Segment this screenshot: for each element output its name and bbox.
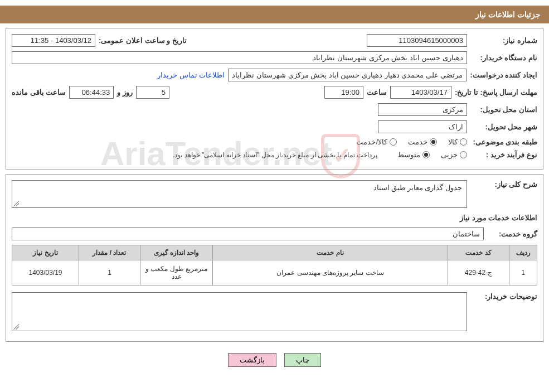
radio-service[interactable]: خدمت (408, 138, 437, 146)
radio-medium[interactable]: متوسط (397, 151, 430, 159)
buyer-notes-label: توضیحات خریدار: (470, 292, 537, 301)
services-title: اطلاعات خدمات مورد نیاز (12, 214, 537, 222)
services-table: ردیف کد خدمت نام خدمت واحد اندازه گیری ت… (12, 245, 537, 285)
buyer-org-label: نام دستگاه خریدار: (470, 54, 537, 62)
radio-icon (422, 151, 430, 158)
back-button[interactable]: بازگشت (228, 353, 276, 367)
th-code: کد خدمت (448, 245, 509, 260)
th-unit: واحد اندازه گیری (140, 245, 213, 260)
need-number-label: شماره نیاز: (470, 36, 537, 45)
radio-icon (390, 138, 397, 146)
summary-label: شرح کلی نیاز: (470, 180, 537, 188)
td-date: 1403/03/19 (12, 260, 79, 285)
category-label: طبقه بندی موضوعی: (470, 138, 537, 146)
radio-goods[interactable]: کالا (448, 138, 467, 146)
delivery-province-field: مرکزی (378, 103, 467, 116)
print-button[interactable]: چاپ (284, 353, 321, 367)
deadline-time-field: 19:00 (324, 86, 363, 99)
td-row: 1 (509, 260, 537, 285)
th-date: تاریخ نیاز (12, 245, 79, 260)
category-radio-group: کالا خدمت کالا/خدمت (356, 138, 467, 146)
service-group-label: گروه خدمت: (487, 230, 537, 238)
countdown-field: 06:44:33 (69, 86, 114, 99)
table-header-row: ردیف کد خدمت نام خدمت واحد اندازه گیری ت… (12, 245, 537, 260)
details-section: شرح کلی نیاز: جدول گذاری معابر طبق اسناد… (6, 174, 543, 342)
need-number-field: 1103094615000003 (367, 34, 467, 47)
info-section: شماره نیاز: 1103094615000003 تاریخ و ساع… (6, 28, 543, 170)
th-name: نام خدمت (213, 245, 448, 260)
days-field: 5 (136, 86, 169, 99)
radio-small[interactable]: جزیی (441, 151, 467, 159)
radio-goods-service[interactable]: کالا/خدمت (356, 138, 397, 146)
table-row: 1 ج-42-429 ساخت سایر پروژه‌های مهندسی عم… (12, 260, 537, 285)
deadline-date-field: 1403/03/17 (390, 86, 451, 99)
radio-icon (430, 138, 437, 146)
deadline-label: مهلت ارسال پاسخ: تا تاریخ: (455, 88, 537, 96)
summary-field: جدول گذاری معابر طبق اسناد (12, 180, 467, 208)
payment-note: پرداخت تمام یا بخشی از مبلغ خرید،از محل … (173, 151, 377, 159)
radio-icon (460, 138, 467, 146)
resize-handle-icon (13, 201, 19, 206)
resize-handle-icon (13, 324, 19, 330)
buyer-notes-field (12, 292, 467, 331)
days-label: روز و (117, 88, 133, 96)
service-group-field: ساختمان (12, 228, 484, 240)
delivery-province-label: استان محل تحویل: (470, 105, 537, 114)
buyer-org-field: دهیاری حسین اباد بخش مرکزی شهرستان نظراب… (12, 51, 467, 64)
announce-date-label: تاریخ و ساعت اعلان عمومی: (99, 36, 187, 45)
remaining-label: ساعت باقی مانده (12, 88, 66, 96)
th-qty: تعداد / مقدار (79, 245, 140, 260)
page-header: جزئیات اطلاعات نیاز (0, 6, 549, 23)
delivery-city-label: شهر محل تحویل: (470, 123, 537, 131)
requester-label: ایجاد کننده درخواست: (470, 71, 537, 79)
requester-field: مرتضی علی محمدی دهیار دهیاری حسین اباد ب… (228, 69, 467, 81)
th-row: ردیف (509, 245, 537, 260)
radio-icon (460, 151, 467, 158)
td-qty: 1 (79, 260, 140, 285)
page-title: جزئیات اطلاعات نیاز (475, 10, 541, 19)
td-code: ج-42-429 (448, 260, 509, 285)
td-unit: مترمربع طول مکعب و عدد (140, 260, 213, 285)
announce-date-field: 1403/03/12 - 11:35 (12, 34, 95, 47)
process-label: نوع فرآیند خرید : (470, 151, 537, 159)
time-label: ساعت (367, 88, 387, 96)
contact-link[interactable]: اطلاعات تماس خریدار (157, 71, 225, 79)
delivery-city-field: اراک (378, 120, 467, 133)
td-name: ساخت سایر پروژه‌های مهندسی عمران (213, 260, 448, 285)
button-bar: چاپ بازگشت (0, 346, 549, 378)
process-radio-group: جزیی متوسط (397, 151, 467, 159)
